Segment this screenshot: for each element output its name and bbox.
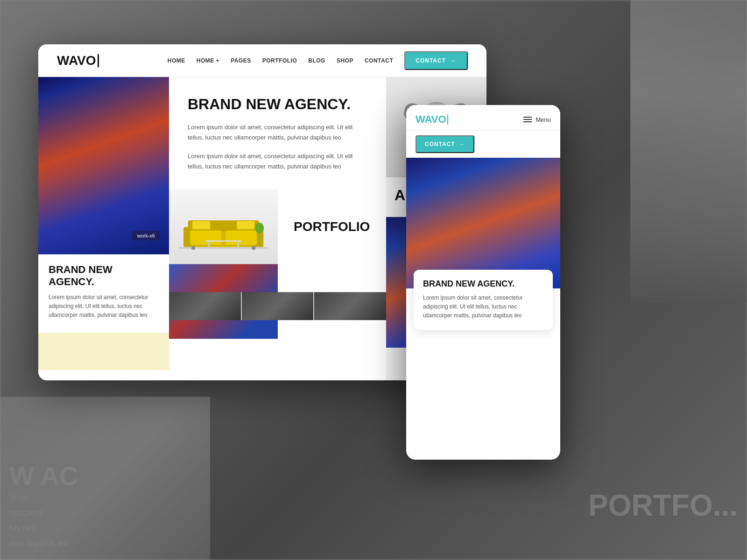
left-agency-title: BRAND NEW AGENCY.	[49, 264, 159, 288]
yellow-accent-block	[38, 333, 169, 370]
mobile-logo-text: WAVO	[416, 113, 446, 126]
svg-rect-11	[205, 240, 241, 242]
middle-bottom-grid: PORTFOLIO	[169, 189, 386, 292]
left-agency-text: Lorem ipsum dolor sit amet, consectetur …	[49, 293, 159, 320]
desktop-contact-label: CONTACT	[416, 57, 446, 64]
desktop-nav-links: HOME HOME + PAGES PORTFOLIO BLOG SHOP CO…	[168, 51, 468, 70]
bg-sofa-photo	[0, 397, 210, 560]
desktop-left-column: work-x6 BRAND NEW AGENCY. Lorem ipsum do…	[38, 77, 169, 380]
middle-agency-title: BRAND NEW AGENCY.	[188, 96, 367, 113]
svg-rect-12	[208, 242, 210, 247]
work-badge: work-x6	[132, 231, 160, 240]
mobile-menu-button[interactable]: Menu	[523, 116, 551, 123]
nav-contact[interactable]: CONTACT	[365, 57, 393, 64]
mobile-browser-window: WAVO Menu CONTACT → BRAND NEW AGENCY. Lo…	[406, 105, 560, 460]
sofa-photo-inner	[169, 189, 278, 264]
desktop-middle-column: BRAND NEW AGENCY. Lorem ipsum dolor sit …	[169, 77, 386, 380]
sofa-illustration	[175, 203, 272, 259]
left-bottom-section: BRAND NEW AGENCY. Lorem ipsum dolor sit …	[38, 254, 169, 329]
middle-top-section: BRAND NEW AGENCY. Lorem ipsum dolor sit …	[169, 77, 386, 189]
portfolio-label-text: PORTFOLIO	[294, 219, 370, 234]
hamburger-line-2	[523, 119, 532, 120]
svg-point-15	[255, 223, 264, 233]
svg-rect-10	[252, 246, 255, 250]
hamburger-line-1	[523, 117, 532, 118]
nav-home-plus[interactable]: HOME +	[197, 57, 219, 64]
mobile-content-card: BRAND NEW AGENCY. Lorem ipsum dolor sit …	[414, 270, 553, 330]
desktop-navbar: WAVO HOME HOME + PAGES PORTFOLIO BLOG SH…	[38, 44, 486, 77]
bg-sculpture-photo	[630, 0, 747, 303]
mobile-contact-label: CONTACT	[425, 141, 455, 147]
nav-shop[interactable]: SHOP	[337, 57, 353, 64]
mobile-menu-label: Menu	[536, 116, 551, 123]
svg-rect-13	[237, 242, 239, 247]
grid-cell-2	[242, 292, 314, 320]
svg-rect-9	[191, 246, 195, 250]
logo-cursor	[98, 54, 99, 67]
nav-portfolio[interactable]: PORTFOLIO	[262, 57, 297, 64]
svg-rect-5	[190, 231, 221, 245]
mobile-contact-arrow: →	[459, 141, 465, 147]
desktop-logo-text: WAVO	[57, 53, 96, 68]
middle-para-2: Lorem ipsum dolor sit amet, consectetur …	[188, 151, 367, 172]
grid-cell-3	[314, 292, 386, 320]
nav-home[interactable]: HOME	[168, 57, 185, 64]
svg-rect-6	[226, 231, 257, 245]
sofa-photo	[169, 189, 278, 264]
mobile-navbar: WAVO Menu	[406, 105, 560, 131]
desktop-logo[interactable]: WAVO	[57, 53, 99, 68]
svg-rect-7	[192, 221, 210, 229]
nav-pages[interactable]: PAGES	[231, 57, 251, 64]
hamburger-line-3	[523, 121, 532, 122]
middle-para-1: Lorem ipsum dolor sit amet, consectetur …	[188, 122, 367, 143]
desktop-contact-button[interactable]: CONTACT →	[404, 51, 468, 70]
portfolio-label-cell: PORTFOLIO	[278, 189, 387, 264]
mobile-hero-photo	[406, 158, 560, 288]
hamburger-icon	[523, 117, 532, 122]
mobile-contact-button[interactable]: CONTACT →	[416, 135, 474, 153]
portfolio-grid-strip	[169, 292, 386, 320]
mobile-card-text: Lorem ipsum dolor sit amet, consectetur …	[423, 294, 543, 321]
desktop-contact-arrow: →	[450, 57, 457, 64]
svg-rect-8	[237, 221, 254, 229]
mobile-logo[interactable]: WAVO	[416, 113, 448, 126]
mobile-logo-cursor	[447, 114, 448, 125]
grid-cell-1	[169, 292, 241, 320]
bg-portfolio-text: PORTFO...	[588, 488, 738, 523]
mobile-card-title: BRAND NEW AGENCY.	[423, 279, 543, 289]
hero-photo-left: work-x6	[38, 77, 169, 254]
nav-blog[interactable]: BLOG	[308, 57, 325, 64]
